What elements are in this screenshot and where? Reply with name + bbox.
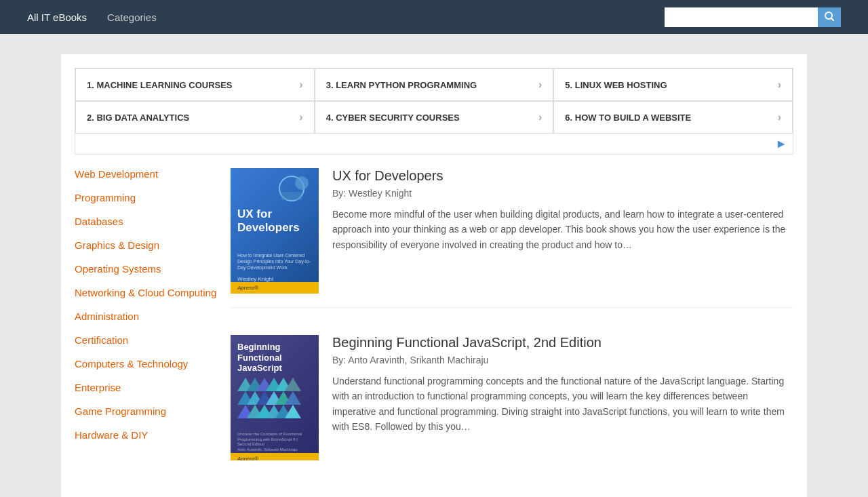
book-info-0: UX for Developers By: Westley Knight Bec… xyxy=(332,168,793,294)
search-box xyxy=(665,7,841,27)
ad-item-5[interactable]: 6. HOW TO BUILD A WEBSITE › xyxy=(553,101,793,134)
sidebar-item-hardware-diy[interactable]: Hardware & DIY xyxy=(75,429,217,441)
chevron-right-icon-5: › xyxy=(778,111,781,123)
sidebar-item-graphics-design[interactable]: Graphics & Design xyxy=(75,239,217,251)
content-area: Web Development Programming Databases Gr… xyxy=(75,168,793,497)
book-title-0[interactable]: UX for Developers xyxy=(332,168,793,184)
sidebar-item-enterprise[interactable]: Enterprise xyxy=(75,382,217,393)
book-title-1[interactable]: Beginning Functional JavaScript, 2nd Edi… xyxy=(332,335,793,351)
main-nav: All IT eBooks Categories xyxy=(27,12,157,23)
sidebar-item-administration[interactable]: Administration xyxy=(75,311,217,322)
sidebar-item-programming[interactable]: Programming xyxy=(75,192,217,203)
book-list: UX for Developers How to Integrate User-… xyxy=(231,168,793,497)
ad-item-2-label: 3. LEARN PYTHON PROGRAMMING xyxy=(326,80,477,90)
book-desc-0: Become more mindful of the user when bui… xyxy=(332,207,793,252)
cover-subtitle-ux: How to Integrate User-Centered Design Pr… xyxy=(237,252,312,271)
svg-line-1 xyxy=(831,18,834,21)
chevron-right-icon-4: › xyxy=(778,79,781,91)
nav-categories[interactable]: Categories xyxy=(107,12,157,23)
search-icon xyxy=(825,12,834,21)
ad-item-0-label: 1. MACHINE LEARNING COURSES xyxy=(87,80,233,90)
cover-author-ux: Westley Knight xyxy=(237,276,312,282)
book-desc-1: Understand functional programming concep… xyxy=(332,374,793,435)
cover-graphic-ux xyxy=(278,175,312,202)
chevron-right-icon-0: › xyxy=(299,79,302,91)
ad-banner: 1. MACHINE LEARNING COURSES › 3. LEARN P… xyxy=(75,68,793,155)
cover-triangles xyxy=(237,378,312,432)
sidebar-item-game-programming[interactable]: Game Programming xyxy=(75,405,217,417)
cover-title-js: Beginning Functional JavaScript xyxy=(237,342,312,374)
sidebar-item-databases[interactable]: Databases xyxy=(75,216,217,227)
ad-badge-icon: ► xyxy=(775,137,787,151)
main-container: 1. MACHINE LEARNING COURSES › 3. LEARN P… xyxy=(61,54,807,497)
book-cover-0[interactable]: UX for Developers How to Integrate User-… xyxy=(231,168,319,294)
sidebar-item-computers-technology[interactable]: Computers & Technology xyxy=(75,358,217,370)
sidebar-item-certification[interactable]: Certification xyxy=(75,334,217,346)
header: All IT eBooks Categories xyxy=(0,0,868,34)
ad-item-3[interactable]: 4. CYBER SECURITY COURSES › xyxy=(315,101,554,134)
ad-footer: ► xyxy=(75,134,793,154)
book-author-1: By: Anto Aravinth, Srikanth Machiraju xyxy=(332,355,793,365)
book-cover-1[interactable]: Beginning Functional JavaScript xyxy=(231,335,319,460)
book-info-1: Beginning Functional JavaScript, 2nd Edi… xyxy=(332,335,793,460)
book-item-1: Beginning Functional JavaScript xyxy=(231,335,793,474)
cover-subtitle-js: Uncover the Concepts of Functional Progr… xyxy=(237,432,312,448)
search-input[interactable] xyxy=(665,7,818,26)
ad-item-4-label: 5. LINUX WEB HOSTING xyxy=(565,80,667,90)
svg-point-3 xyxy=(295,176,309,190)
svg-point-0 xyxy=(825,12,832,19)
triangles-svg xyxy=(237,378,312,432)
ad-item-4[interactable]: 5. LINUX WEB HOSTING › xyxy=(553,68,793,101)
ad-item-0[interactable]: 1. MACHINE LEARNING COURSES › xyxy=(75,68,315,101)
sidebar-item-web-development[interactable]: Web Development xyxy=(75,168,217,180)
chevron-right-icon-2: › xyxy=(538,79,542,91)
nav-all-it-ebooks[interactable]: All IT eBooks xyxy=(27,12,87,23)
svg-rect-4 xyxy=(281,192,302,200)
cover-title-ux: UX for Developers xyxy=(237,207,312,250)
ad-item-1[interactable]: 2. BIG DATA ANALYTICS › xyxy=(75,101,315,134)
ad-item-2[interactable]: 3. LEARN PYTHON PROGRAMMING › xyxy=(315,68,554,101)
cover-authors-js: Anto Aravinth, Srikanth Machiraju xyxy=(237,448,312,453)
book-author-0: By: Westley Knight xyxy=(332,188,793,199)
sidebar-item-networking[interactable]: Networking & Cloud Computing xyxy=(75,287,217,298)
ad-item-3-label: 4. CYBER SECURITY COURSES xyxy=(326,113,460,123)
chevron-right-icon-1: › xyxy=(299,111,302,123)
chevron-right-icon-3: › xyxy=(538,111,542,123)
sidebar: Web Development Programming Databases Gr… xyxy=(75,168,231,497)
search-button[interactable] xyxy=(818,7,841,27)
book-icon-area-0 xyxy=(237,175,312,202)
ad-item-5-label: 6. HOW TO BUILD A WEBSITE xyxy=(565,113,691,123)
ad-item-1-label: 2. BIG DATA ANALYTICS xyxy=(87,113,189,123)
cover-publisher-ux: Apress® xyxy=(231,282,319,294)
cover-publisher-js: Apress® xyxy=(231,453,319,460)
book-item-0: UX for Developers How to Integrate User-… xyxy=(231,168,793,308)
sidebar-item-operating-systems[interactable]: Operating Systems xyxy=(75,263,217,275)
